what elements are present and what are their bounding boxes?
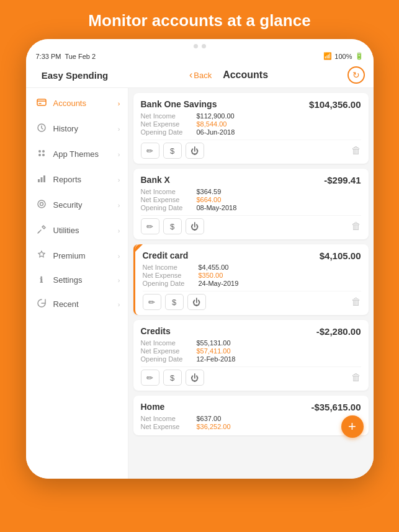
battery-icon: 🔋 (355, 52, 364, 60)
utilities-label: Utilities (53, 226, 118, 235)
reports-label: Reports (53, 175, 118, 184)
device-notch (26, 39, 374, 51)
delete-icon[interactable]: 🗑 (351, 145, 361, 156)
security-label: Security (53, 200, 118, 210)
svg-rect-0 (37, 99, 46, 105)
reports-icon (35, 174, 48, 185)
recent-chevron-icon: › (118, 301, 120, 308)
accounts-panel: Bank One Savings $104,356.00 Net Income … (128, 88, 374, 479)
svg-rect-6 (38, 179, 40, 182)
accounts-icon (35, 97, 48, 109)
account-name: Home (141, 402, 165, 412)
currency-button[interactable]: $ (163, 143, 182, 159)
sync-icon: ↻ (352, 70, 360, 80)
premium-chevron-icon: › (118, 252, 120, 260)
utilities-chevron-icon: › (118, 227, 120, 234)
sidebar-item-history[interactable]: History › (26, 116, 128, 141)
sidebar-item-app-themes[interactable]: App Themes › (26, 141, 128, 167)
svg-rect-7 (40, 177, 42, 182)
account-name: Credits (141, 326, 171, 336)
settings-chevron-icon: › (118, 277, 120, 284)
account-card-bank-one-savings: Bank One Savings $104,356.00 Net Income … (133, 93, 369, 164)
nav-bar: Easy Spending ‹ Back Accounts ↻ (26, 63, 374, 88)
status-time: 7:33 PM Tue Feb 2 (36, 53, 96, 60)
sidebar-title: Easy Spending (35, 70, 115, 81)
account-name: Bank X (141, 175, 170, 185)
power-button[interactable]: ⏻ (186, 370, 204, 386)
sidebar-item-reports[interactable]: Reports › (26, 167, 128, 192)
currency-button[interactable]: $ (163, 218, 182, 234)
utilities-icon (35, 224, 48, 236)
account-card-bank-x: Bank X -$299.41 Net Income $364.59 Net E… (133, 169, 369, 239)
accounts-label: Accounts (53, 99, 118, 108)
account-balance: -$2,280.00 (316, 326, 361, 337)
svg-point-10 (40, 203, 43, 206)
edit-button[interactable]: ✏ (143, 294, 161, 310)
edit-button[interactable]: ✏ (141, 218, 159, 234)
device-frame: 7:33 PM Tue Feb 2 📶 100% 🔋 Easy Spending… (26, 39, 374, 479)
sidebar-item-security[interactable]: Security › (26, 192, 128, 218)
delete-icon[interactable]: 🗑 (351, 296, 361, 308)
sidebar-item-settings[interactable]: ℹ Settings › (26, 268, 128, 291)
history-chevron-icon: › (118, 125, 120, 133)
account-details: Net Income $364.59 Net Expense $664.00 O… (141, 188, 361, 211)
account-balance: $104,356.00 (309, 99, 361, 110)
currency-button[interactable]: $ (165, 294, 184, 310)
sidebar-item-premium[interactable]: Premium › (26, 243, 128, 268)
main-content: Accounts › History › (26, 88, 374, 479)
account-details: Net Income $637.00 Net Expense $36,252.0… (141, 415, 361, 430)
svg-point-3 (42, 150, 45, 153)
back-chevron-icon: ‹ (189, 69, 192, 81)
power-button[interactable]: ⏻ (186, 218, 204, 234)
currency-button[interactable]: $ (163, 370, 182, 386)
edit-button[interactable]: ✏ (141, 370, 159, 386)
recent-icon (35, 298, 48, 310)
history-label: History (53, 124, 118, 133)
delete-icon[interactable]: 🗑 (351, 221, 361, 232)
power-button[interactable]: ⏻ (186, 143, 204, 159)
settings-label: Settings (53, 275, 118, 285)
premium-icon (35, 250, 48, 262)
battery-text: 100% (334, 53, 352, 60)
svg-point-5 (42, 154, 45, 156)
back-button[interactable]: ‹ Back (189, 69, 212, 81)
wifi-icon: 📶 (323, 52, 332, 60)
account-name: Bank One Savings (141, 99, 217, 109)
recent-label: Recent (53, 299, 118, 309)
back-label: Back (194, 71, 212, 80)
nav-center-area: ‹ Back Accounts (115, 69, 343, 81)
account-balance: -$35,615.00 (311, 402, 361, 412)
power-button[interactable]: ⏻ (187, 294, 206, 310)
account-details: Net Income $55,131.00 Net Expense $57,41… (141, 339, 361, 363)
nav-title: Accounts (223, 69, 268, 81)
account-card-credits: Credits -$2,280.00 Net Income $55,131.00… (133, 320, 369, 391)
edit-button[interactable]: ✏ (141, 143, 159, 159)
account-balance: $4,105.00 (320, 250, 361, 261)
app-themes-label: App Themes (53, 149, 118, 159)
sidebar: Accounts › History › (26, 88, 128, 479)
sidebar-item-utilities[interactable]: Utilities › (26, 218, 128, 243)
svg-rect-8 (43, 175, 45, 182)
status-right: 📶 100% 🔋 (323, 52, 363, 60)
account-card-credit-card: Credit card $4,105.00 Net Income $4,455.… (133, 244, 369, 315)
account-details: Net Income $4,455.00 Net Expense $350.00… (143, 264, 361, 287)
status-bar: 7:33 PM Tue Feb 2 📶 100% 🔋 (26, 51, 374, 63)
premium-label: Premium (53, 251, 118, 260)
nav-circle-button[interactable]: ↻ (347, 66, 365, 84)
account-card-home: Home -$35,615.00 Net Income $637.00 Net … (133, 396, 369, 435)
sidebar-item-accounts[interactable]: Accounts › (26, 91, 128, 116)
app-themes-chevron-icon: › (118, 151, 120, 158)
account-name: Credit card (143, 250, 189, 260)
account-details: Net Income $112,900.00 Net Expense $8,54… (141, 112, 361, 136)
accounts-chevron-icon: › (118, 100, 120, 107)
reports-chevron-icon: › (118, 176, 120, 184)
svg-point-4 (38, 154, 41, 156)
delete-icon[interactable]: 🗑 (351, 372, 361, 383)
app-themes-icon (35, 148, 48, 160)
sidebar-item-recent[interactable]: Recent › (26, 291, 128, 317)
svg-point-9 (38, 200, 45, 208)
fab-button[interactable]: + (341, 415, 364, 438)
history-icon (35, 123, 48, 135)
security-chevron-icon: › (118, 202, 120, 209)
header-title: Monitor accounts at a glance (88, 11, 310, 30)
